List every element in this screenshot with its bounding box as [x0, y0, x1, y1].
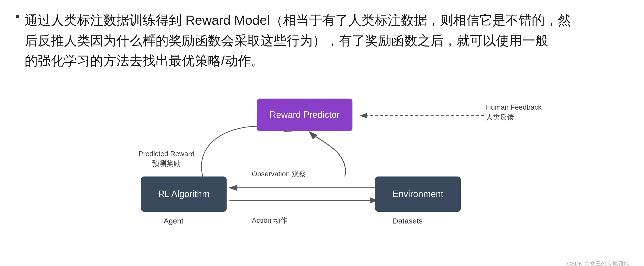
bullet-line3: 的强化学习的方法去找出最优策略/动作。 — [25, 53, 264, 68]
bullet-dot: • — [15, 8, 20, 25]
agent-label: Agent — [164, 217, 183, 225]
bullet-line2: 后反推人类因为什么样的奖励函数 — [25, 33, 221, 48]
observation-text: Observation 观察 — [252, 170, 306, 178]
rl-algorithm-box: RL Algorithm — [141, 176, 227, 212]
environment-label: Environment — [392, 189, 443, 199]
datasets-label: Datasets — [393, 217, 422, 225]
human-feedback-zh: 人类反馈 — [486, 113, 514, 121]
bullet-line1: 通过人类标注数据训练得到 Reward Model（相当于有了人类标注数据，则相… — [25, 13, 571, 27]
human-feedback-en: Human Feedback — [486, 103, 542, 111]
footer-text: CSDN @女王の专属领地 — [567, 260, 629, 266]
reward-predictor-box: Reward Predictor — [257, 99, 352, 131]
bullet-text: 通过人类标注数据训练得到 Reward Model（相当于有了人类标注数据，则相… — [25, 10, 571, 71]
observation-label: Observation 观察 — [252, 169, 306, 179]
main-content: • 通过人类标注数据训练得到 Reward Model（相当于有了人类标注数据，… — [0, 0, 644, 266]
action-text: Action 动作 — [252, 216, 288, 224]
bullet-section: • 通过人类标注数据训练得到 Reward Model（相当于有了人类标注数据，… — [15, 10, 624, 71]
bullet-line2b: 会采取这些行为），有了奖励函数之后，就可以使用一般 — [221, 33, 548, 48]
predicted-reward-zh: 预测奖励 — [152, 160, 181, 167]
rl-algorithm-label: RL Algorithm — [158, 189, 210, 199]
predicted-reward-en: Predicted Reward — [138, 150, 195, 158]
reward-predictor-label: Reward Predictor — [270, 110, 340, 120]
environment-box: Environment — [375, 176, 461, 212]
action-label: Action 动作 — [252, 215, 288, 225]
diagram-section: Reward Predictor RL Algorithm Environmen… — [15, 86, 624, 262]
human-feedback-label: Human Feedback 人类反馈 — [486, 102, 542, 122]
predicted-reward-label: Predicted Reward 预测奖励 — [138, 149, 195, 168]
